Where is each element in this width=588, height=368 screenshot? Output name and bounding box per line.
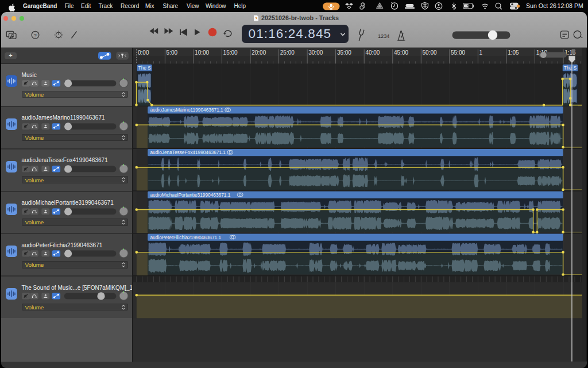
svg-text:audioJenaTesseFox41990463671.1: audioJenaTesseFox41990463671.1 xyxy=(150,150,226,155)
svg-text:audioJamesMarino11990463671.1: audioJamesMarino11990463671.1 xyxy=(150,107,224,113)
svg-text:5:00: 5:00 xyxy=(167,49,178,56)
svg-text:55:00: 55:00 xyxy=(451,49,465,56)
svg-text:15:00: 15:00 xyxy=(223,49,238,56)
svg-text:35:00: 35:00 xyxy=(337,49,351,56)
svg-text:50:00: 50:00 xyxy=(423,49,437,56)
svg-text:45:00: 45:00 xyxy=(394,49,408,56)
svg-text:The S: The S xyxy=(138,65,152,71)
svg-text:0:00: 0:00 xyxy=(138,49,149,56)
svg-text:20:00: 20:00 xyxy=(252,49,266,56)
svg-text:1:05: 1:05 xyxy=(508,49,519,56)
svg-text:25:00: 25:00 xyxy=(280,49,295,56)
svg-text:1: 1 xyxy=(479,49,483,56)
svg-text:The S: The S xyxy=(564,65,577,71)
svg-text:audioMichaelPortantie319904636: audioMichaelPortantie31990463671.1 xyxy=(150,192,231,198)
svg-text:40:00: 40:00 xyxy=(365,49,380,56)
svg-text:10:00: 10:00 xyxy=(195,49,209,56)
svg-text:30:00: 30:00 xyxy=(308,49,323,56)
svg-text:audioPeterFilichia21990463671.: audioPeterFilichia21990463671.1 xyxy=(150,235,222,240)
